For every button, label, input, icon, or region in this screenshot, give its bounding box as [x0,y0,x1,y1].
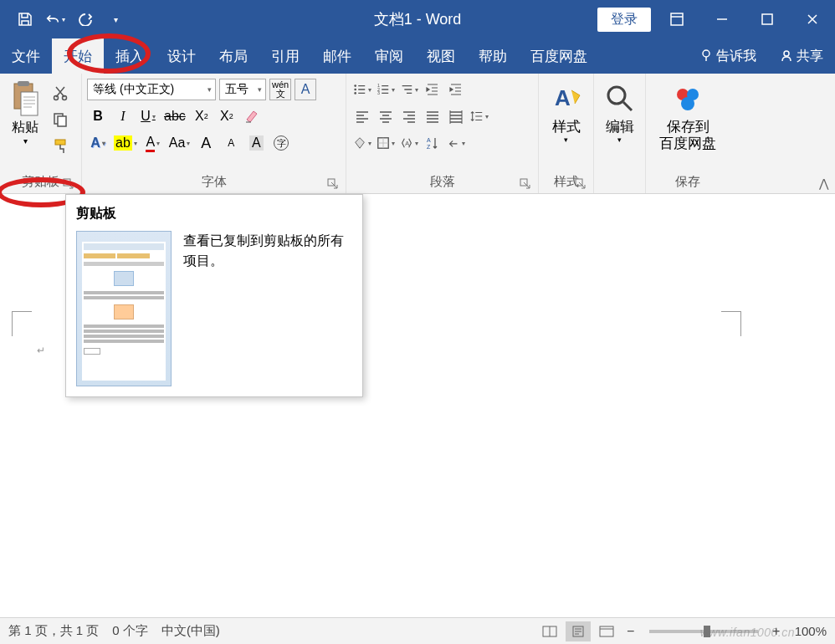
group-paragraph: ▾ 123▾ ▾ ▾ ▾ ▾ A▾ [346,74,539,193]
maximize-icon[interactable] [748,0,786,38]
svg-rect-10 [58,116,66,126]
title-right-controls: 登录 [597,0,835,38]
editing-label: 编辑 [606,119,634,135]
tell-me-button[interactable]: 告诉我 [688,48,768,65]
tooltip-thumbnail [76,231,172,386]
format-painter-icon[interactable] [49,135,72,157]
phonetic-guide-button[interactable]: wén文 [269,79,291,100]
tab-view[interactable]: 视图 [415,38,467,74]
status-word-count[interactable]: 0 个字 [112,623,148,639]
shrink-font-button[interactable]: A [220,132,242,154]
svg-rect-33 [600,626,613,636]
decrease-indent-button[interactable] [422,79,443,100]
font-size-combo[interactable]: 五号▾ [219,79,266,100]
print-layout-icon[interactable] [566,621,591,641]
svg-point-16 [354,92,356,95]
tab-file[interactable]: 文件 [0,38,52,74]
svg-point-8 [63,96,67,100]
svg-point-7 [54,96,59,100]
tab-design[interactable]: 设计 [156,38,207,74]
asian-layout-button[interactable]: A▾ [398,132,420,154]
underline-button[interactable]: U▾ [137,105,159,127]
show-marks-button[interactable]: ▾ [445,132,467,154]
tab-help[interactable]: 帮助 [467,38,519,74]
quick-access-toolbar: ▾ ▾ [0,9,126,29]
svg-rect-11 [55,140,65,145]
tab-references[interactable]: 引用 [259,38,311,74]
zoom-slider-thumb[interactable] [704,626,710,637]
italic-button[interactable]: I [112,105,134,127]
paragraph-dialog-launcher[interactable] [520,178,531,190]
font-name-combo[interactable]: 等线 (中文正文)▾ [87,79,216,100]
align-center-button[interactable] [375,105,397,127]
character-shading-button[interactable]: A [245,132,267,154]
group-label-save: 保存 [651,171,725,193]
copy-icon[interactable] [49,109,72,130]
tab-mailings[interactable]: 邮件 [311,38,363,74]
tab-review[interactable]: 审阅 [363,38,415,74]
clear-formatting-icon[interactable] [241,105,263,127]
ribbon: 粘贴 ▾ 剪贴板 等线 (中文正文)▾ 五号▾ wén文 A [0,74,835,194]
collapse-ribbon-icon[interactable]: ⋀ [819,176,828,190]
status-language[interactable]: 中文(中国) [161,623,220,639]
distributed-button[interactable] [445,105,467,127]
multilevel-list-button[interactable]: ▾ [398,79,420,100]
group-label-clipboard: 剪贴板 [5,171,76,193]
grow-font-button[interactable]: A [195,132,217,154]
editing-button[interactable]: 编辑 ▾ [597,77,643,149]
styles-dialog-launcher[interactable] [575,178,587,190]
align-left-button[interactable] [351,105,373,127]
tab-home[interactable]: 开始 [52,38,104,74]
ribbon-display-options-icon[interactable] [658,0,696,38]
svg-text:Z: Z [427,144,431,150]
cut-icon[interactable] [49,82,72,104]
strikethrough-button[interactable]: abc [162,105,187,127]
close-icon[interactable] [793,0,832,38]
save-icon[interactable] [15,9,35,29]
borders-button[interactable]: ▾ [375,132,397,154]
character-border-button[interactable]: A [295,79,316,100]
login-button[interactable]: 登录 [597,8,651,32]
zoom-level[interactable]: 100% [795,624,827,638]
font-dialog-launcher[interactable] [327,178,339,190]
read-mode-icon[interactable] [537,621,562,641]
superscript-button[interactable]: X2 [216,105,238,127]
tab-insert[interactable]: 插入 [104,38,156,74]
clipboard-dialog-launcher[interactable] [63,178,74,190]
web-layout-icon[interactable] [594,621,619,641]
zoom-out-button[interactable]: − [622,624,639,639]
zoom-in-button[interactable]: + [768,624,785,639]
enclose-characters-button[interactable]: 字 [270,132,292,154]
bold-button[interactable]: B [87,105,109,127]
group-font: 等线 (中文正文)▾ 五号▾ wén文 A B I U▾ abc X2 X2 A… [82,74,346,193]
bullets-button[interactable]: ▾ [351,79,373,100]
status-page[interactable]: 第 1 页，共 1 页 [8,623,99,639]
save-to-baidu-button[interactable]: 保存到 百度网盘 [653,77,723,158]
tab-layout[interactable]: 布局 [207,38,259,74]
text-effects-button[interactable]: A▾ [87,132,109,154]
align-right-button[interactable] [398,105,420,127]
qat-customize-icon[interactable]: ▾ [105,9,126,29]
zoom-slider[interactable] [649,630,758,633]
paste-button[interactable]: 粘贴 ▾ [5,77,45,146]
share-button[interactable]: 共享 [768,48,835,65]
justify-button[interactable] [422,105,443,127]
styles-button[interactable]: A 样式 ▾ [543,77,590,149]
font-color-button[interactable]: A▾ [142,132,164,154]
svg-rect-5 [18,81,29,86]
minimize-icon[interactable] [703,0,741,38]
highlight-button[interactable]: ab▾ [112,132,139,154]
increase-indent-button[interactable] [445,79,467,100]
subscript-button[interactable]: X2 [191,105,213,127]
svg-point-3 [784,51,789,56]
sort-button[interactable]: AZ [422,132,443,154]
shading-button[interactable]: ▾ [351,132,373,154]
undo-icon[interactable]: ▾ [45,9,65,29]
line-spacing-button[interactable]: ▾ [469,105,490,127]
group-label-font: 字体 [87,171,341,193]
numbering-button[interactable]: 123▾ [375,79,397,100]
tab-baidu[interactable]: 百度网盘 [519,38,599,74]
tooltip-title: 剪贴板 [76,205,352,222]
redo-icon[interactable] [75,9,95,29]
change-case-button[interactable]: Aa▾ [167,132,192,154]
